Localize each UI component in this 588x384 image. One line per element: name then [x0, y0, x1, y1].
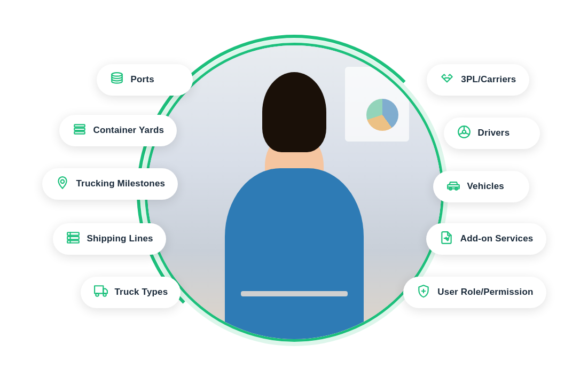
container-yards-label: Container Yards	[93, 125, 164, 136]
ports-label: Ports	[131, 74, 154, 85]
pill-shipping-lines[interactable]: Shipping Lines	[53, 223, 166, 255]
shield-plus-icon	[416, 284, 431, 301]
main-scene: Ports Container Yards Trucking Milestone…	[27, 11, 561, 374]
svg-point-12	[103, 293, 106, 296]
user-role-label: User Role/Permission	[437, 287, 533, 297]
svg-line-16	[459, 132, 463, 134]
svg-line-17	[465, 132, 468, 134]
steering-wheel-icon	[457, 125, 472, 142]
svg-point-11	[96, 293, 98, 296]
svg-rect-2	[74, 128, 85, 130]
vehicles-label: Vehicles	[467, 181, 504, 192]
handshake-icon	[440, 72, 454, 88]
pill-vehicles[interactable]: Vehicles	[433, 171, 529, 202]
pill-container-yards[interactable]: Container Yards	[59, 115, 177, 146]
truck-icon	[93, 284, 108, 301]
person-illustration	[203, 83, 385, 339]
pill-drivers[interactable]: Drivers	[444, 117, 540, 149]
svg-rect-1	[74, 124, 85, 127]
svg-rect-5	[67, 232, 79, 235]
pill-trucking-milestones[interactable]: Trucking Milestones	[42, 168, 178, 200]
svg-rect-7	[67, 240, 79, 242]
drivers-label: Drivers	[478, 128, 510, 138]
pill-3pl-carriers[interactable]: 3PL/Carriers	[427, 64, 529, 96]
pill-user-role[interactable]: User Role/Permission	[403, 277, 546, 308]
map-pin-icon	[55, 176, 70, 192]
svg-point-4	[60, 179, 64, 183]
pill-ports[interactable]: Ports	[97, 64, 193, 96]
svg-point-0	[112, 73, 122, 76]
car-icon	[446, 178, 461, 195]
pill-addon-services[interactable]: Add-on Services	[426, 223, 546, 255]
pill-truck-types[interactable]: Truck Types	[81, 277, 181, 308]
truck-types-label: Truck Types	[115, 287, 168, 297]
shipping-lines-label: Shipping Lines	[87, 233, 153, 244]
layers-icon	[72, 122, 87, 139]
database-icon	[109, 72, 124, 88]
file-edit-icon	[439, 231, 454, 247]
svg-rect-6	[67, 236, 79, 239]
3pl-carriers-label: 3PL/Carriers	[461, 74, 516, 85]
grid-icon	[66, 231, 81, 247]
svg-rect-3	[74, 131, 85, 134]
trucking-milestones-label: Trucking Milestones	[76, 178, 166, 189]
addon-services-label: Add-on Services	[460, 233, 534, 244]
